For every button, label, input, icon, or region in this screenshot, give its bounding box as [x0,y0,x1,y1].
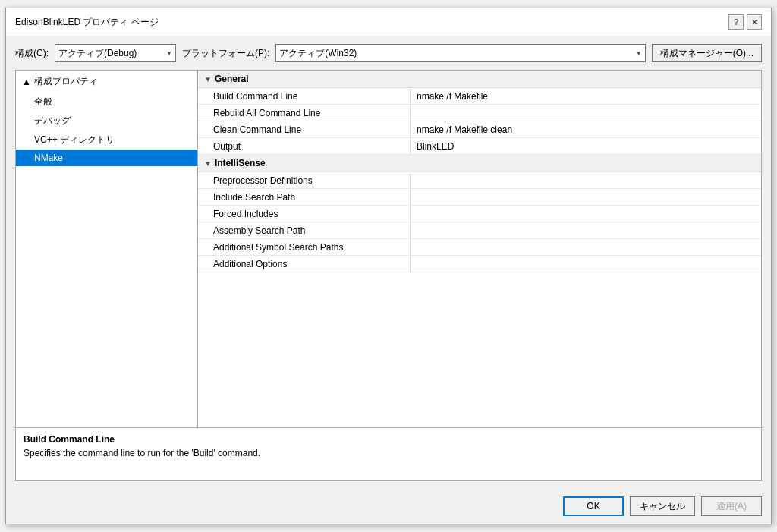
prop-clean-command-line-name: Clean Command Line [198,122,411,137]
prop-additional-options[interactable]: Additional Options [198,256,761,272]
sidebar: ▲ 構成プロパティ 全般 デバッグ VC++ ディレクトリ NMake [16,71,198,427]
prop-assembly-search-path-name: Assembly Search Path [198,223,411,238]
prop-preprocessor-definitions-value [411,178,761,183]
config-manager-button[interactable]: 構成マネージャー(O)... [652,44,762,62]
prop-build-command-line-name: Build Command Line [198,89,411,104]
description-text: Specifies the command line to run for th… [24,448,753,458]
help-button[interactable]: ? [728,14,744,30]
prop-include-search-path[interactable]: Include Search Path [198,189,761,206]
prop-build-command-line-value: nmake /f Makefile [411,89,761,104]
prop-assembly-search-path[interactable]: Assembly Search Path [198,222,761,239]
property-panel: ▼ General Build Command Line nmake /f Ma… [198,71,761,427]
ok-button[interactable]: OK [563,496,624,516]
description-title: Build Command Line [24,434,753,445]
prop-additional-options-value [411,262,761,266]
prop-preprocessor-definitions-name: Preprocessor Definitions [198,173,411,188]
prop-include-search-path-name: Include Search Path [198,190,411,205]
description-panel: Build Command Line Specifies the command… [15,428,762,481]
cancel-button[interactable]: キャンセル [630,496,695,516]
prop-clean-command-line[interactable]: Clean Command Line nmake /f Makefile cle… [198,121,761,138]
title-bar: EdisonBlinkLED プロパティ ページ ? ✕ [6,8,771,36]
prop-build-command-line[interactable]: Build Command Line nmake /f Makefile [198,88,761,105]
empty-space [198,272,761,394]
config-label: 構成(C): [15,47,49,60]
platform-label: プラットフォーム(P): [182,47,269,60]
general-section-label: General [215,74,249,84]
prop-rebuild-all-command-line[interactable]: Rebuild All Command Line [198,105,761,121]
platform-dropdown-arrow: ▼ [636,50,642,57]
prop-preprocessor-definitions[interactable]: Preprocessor Definitions [198,172,761,189]
sidebar-item-debug[interactable]: デバッグ [16,112,197,131]
sidebar-item-general[interactable]: 全般 [16,93,197,112]
platform-select[interactable]: アクティブ(Win32) ▼ [275,44,645,62]
general-collapse-icon: ▼ [204,75,212,83]
prop-additional-symbol-search-paths-value [411,245,761,250]
dialog-body: 構成(C): アクティブ(Debug) ▼ プラットフォーム(P): アクティブ… [6,36,771,489]
apply-button[interactable]: 適用(A) [701,496,762,516]
property-dialog: EdisonBlinkLED プロパティ ページ ? ✕ 構成(C): アクティ… [5,8,772,524]
prop-output-name: Output [198,139,411,154]
sidebar-item-vcdirectory[interactable]: VC++ ディレクトリ [16,131,197,150]
general-section-header: ▼ General [198,71,761,88]
dialog-footer: OK キャンセル 適用(A) [6,489,771,524]
sidebar-collapse-icon: ▲ [22,77,31,87]
sidebar-item-nmake[interactable]: NMake [16,150,197,166]
prop-clean-command-line-value: nmake /f Makefile clean [411,122,761,137]
close-button[interactable]: ✕ [747,14,762,30]
config-row: 構成(C): アクティブ(Debug) ▼ プラットフォーム(P): アクティブ… [15,44,762,62]
platform-select-value: アクティブ(Win32) [279,47,357,60]
config-select-value: アクティブ(Debug) [58,47,137,60]
prop-additional-symbol-search-paths[interactable]: Additional Symbol Search Paths [198,239,761,256]
title-bar-controls: ? ✕ [728,14,762,30]
prop-output[interactable]: Output BlinkLED [198,138,761,155]
sidebar-root: ▲ 構成プロパティ [16,71,197,93]
config-dropdown-arrow: ▼ [166,50,172,57]
sidebar-root-label: 構成プロパティ [34,75,98,88]
prop-rebuild-all-command-line-name: Rebuild All Command Line [198,105,411,121]
intellisense-section-header: ▼ IntelliSense [198,155,761,172]
prop-assembly-search-path-value [411,228,761,233]
prop-forced-includes[interactable]: Forced Includes [198,206,761,222]
intellisense-section-label: IntelliSense [215,158,266,168]
prop-rebuild-all-command-line-value [411,111,761,115]
dialog-title: EdisonBlinkLED プロパティ ページ [15,16,159,29]
prop-forced-includes-name: Forced Includes [198,206,411,222]
intellisense-collapse-icon: ▼ [204,159,212,168]
prop-include-search-path-value [411,195,761,200]
config-select[interactable]: アクティブ(Debug) ▼ [55,44,176,62]
prop-additional-symbol-search-paths-name: Additional Symbol Search Paths [198,240,411,255]
prop-additional-options-name: Additional Options [198,257,411,272]
prop-output-value: BlinkLED [411,139,761,154]
prop-forced-includes-value [411,212,761,216]
main-content: ▲ 構成プロパティ 全般 デバッグ VC++ ディレクトリ NMake ▼ Ge… [15,70,762,428]
